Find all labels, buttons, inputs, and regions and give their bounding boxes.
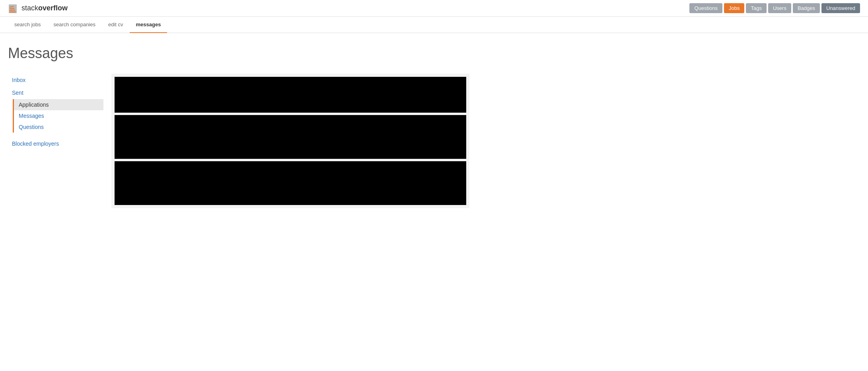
logo-text: stackoverflow <box>21 4 68 12</box>
header-nav-jobs[interactable]: Jobs <box>724 3 744 13</box>
logo-icon <box>8 3 19 14</box>
sub-nav: search jobs search companies edit cv mes… <box>0 17 868 33</box>
svg-rect-1 <box>10 12 16 12</box>
sidebar-sent[interactable]: Sent <box>8 86 103 99</box>
tab-search-jobs[interactable]: search jobs <box>8 17 47 33</box>
message-item-2[interactable] <box>115 115 466 159</box>
sidebar-blocked-employers[interactable]: Blocked employers <box>8 137 103 150</box>
page-title: Messages <box>8 45 469 62</box>
sidebar-messages[interactable]: Messages <box>14 110 103 121</box>
tab-messages[interactable]: messages <box>130 17 167 33</box>
page-content: Messages Inbox Sent Applications Message… <box>0 33 477 220</box>
header-nav-unanswered[interactable]: Unanswered <box>821 3 860 13</box>
header-nav: Questions Jobs Tags Users Badges Unanswe… <box>689 3 860 13</box>
content-area <box>111 74 469 208</box>
header-nav-badges[interactable]: Badges <box>793 3 820 13</box>
header-nav-tags[interactable]: Tags <box>746 3 766 13</box>
sidebar-applications[interactable]: Applications <box>14 99 103 110</box>
header-nav-users[interactable]: Users <box>768 3 791 13</box>
message-item-1[interactable] <box>115 77 466 113</box>
message-item-3[interactable] <box>115 161 466 205</box>
header: stackoverflow Questions Jobs Tags Users … <box>0 0 868 17</box>
sidebar: Inbox Sent Applications Messages Questio… <box>8 74 111 150</box>
tab-edit-cv[interactable]: edit cv <box>102 17 130 33</box>
tab-search-companies[interactable]: search companies <box>47 17 102 33</box>
main-layout: Inbox Sent Applications Messages Questio… <box>8 74 469 208</box>
sidebar-sub-section: Applications Messages Questions <box>13 99 103 133</box>
header-nav-questions[interactable]: Questions <box>689 3 722 13</box>
sidebar-inbox[interactable]: Inbox <box>8 74 103 86</box>
sidebar-questions[interactable]: Questions <box>14 121 103 133</box>
logo: stackoverflow <box>8 3 68 14</box>
